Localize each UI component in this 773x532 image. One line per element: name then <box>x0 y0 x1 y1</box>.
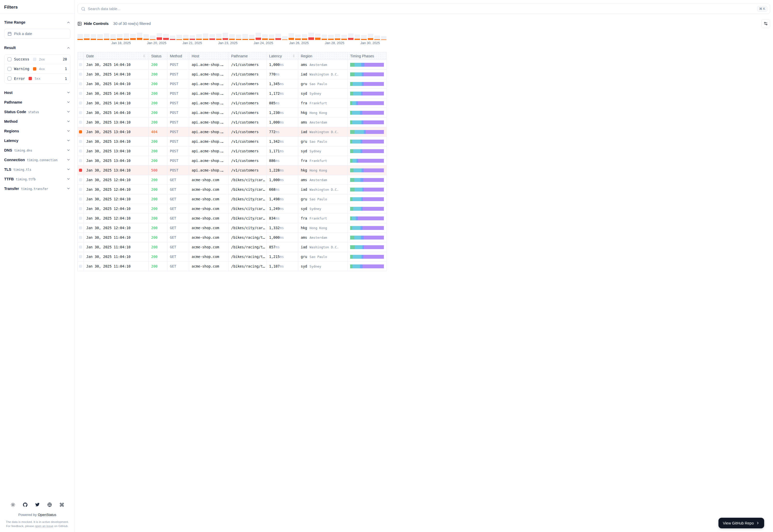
histogram-bar[interactable] <box>289 33 294 40</box>
checkbox[interactable] <box>8 57 11 61</box>
histogram-bar[interactable] <box>282 36 288 40</box>
sort-icon[interactable] <box>292 54 295 58</box>
histogram-bar[interactable] <box>203 33 208 40</box>
histogram-bar[interactable] <box>156 33 162 40</box>
table-row[interactable]: Jan 30, 2025 13:04:10200POSTapi.acme-sho… <box>78 118 386 127</box>
search-input[interactable] <box>88 7 386 11</box>
table-row[interactable]: Jan 30, 2025 12:04:10200GETacme-shop.com… <box>78 175 386 185</box>
section-time-range[interactable]: Time Range <box>4 18 70 26</box>
sort-icon[interactable] <box>142 54 146 58</box>
search-bar[interactable]: ⌘ K <box>77 4 386 14</box>
histogram-bar[interactable] <box>216 34 222 40</box>
histogram-bar[interactable] <box>341 35 347 40</box>
histogram-bar[interactable] <box>302 34 307 40</box>
histogram-bar[interactable] <box>229 34 235 40</box>
histogram-bar[interactable] <box>308 33 314 40</box>
section-transfer[interactable]: Transfertiming.transfer <box>4 184 70 193</box>
table-row[interactable]: Jan 30, 2025 13:04:10200POSTapi.acme-sho… <box>78 156 386 166</box>
section-result[interactable]: Result <box>4 44 70 52</box>
histogram-bar[interactable] <box>130 34 135 40</box>
histogram-bar[interactable] <box>262 34 268 40</box>
histogram-bar[interactable] <box>77 34 83 40</box>
date-picker-input[interactable]: Pick a date <box>4 29 70 39</box>
histogram-bar[interactable] <box>124 33 129 40</box>
table-row[interactable]: Jan 30, 2025 13:04:10500POSTapi.acme-sho… <box>78 166 386 175</box>
histogram-bar[interactable] <box>110 34 116 40</box>
histogram-bar[interactable] <box>117 34 122 40</box>
result-filter-item[interactable]: Success2xx28 <box>4 54 70 64</box>
table-row[interactable]: Jan 30, 2025 11:04:10200GETacme-shop.com… <box>78 242 386 252</box>
section-status-code[interactable]: Status Codestatus <box>4 107 70 117</box>
histogram-bar[interactable] <box>210 34 215 40</box>
histogram-bar[interactable] <box>84 34 89 40</box>
table-row[interactable]: Jan 30, 2025 12:04:10200GETacme-shop.com… <box>78 214 386 223</box>
table-row[interactable]: Jan 30, 2025 14:04:10200POSTapi.acme-sho… <box>78 98 386 108</box>
histogram-bar[interactable] <box>269 35 274 40</box>
histogram-bar[interactable] <box>196 34 202 40</box>
histogram-bar[interactable] <box>315 34 321 40</box>
histogram-bar[interactable] <box>176 35 182 40</box>
histogram-bar[interactable] <box>381 36 386 40</box>
section-method[interactable]: Method <box>4 117 70 126</box>
table-row[interactable]: Jan 30, 2025 13:04:10404POSTapi.acme-sho… <box>78 127 386 137</box>
table-row[interactable]: Jan 30, 2025 14:04:10200POSTapi.acme-sho… <box>78 70 386 79</box>
result-filter-item[interactable]: Warning4xx1 <box>4 64 70 74</box>
histogram-bar[interactable] <box>355 35 360 40</box>
histogram-bar[interactable] <box>328 35 334 40</box>
histogram-bar[interactable] <box>137 33 142 40</box>
hide-controls-button[interactable]: Hide Controls <box>77 22 108 26</box>
table-row[interactable]: Jan 30, 2025 13:04:10200POSTapi.acme-sho… <box>78 137 386 146</box>
table-row[interactable]: Jan 30, 2025 11:04:10200GETacme-shop.com… <box>78 233 386 242</box>
histogram-bar[interactable] <box>104 33 109 40</box>
checkbox[interactable] <box>8 77 11 80</box>
cell-host: acme-shop.com <box>189 185 229 194</box>
table-row[interactable]: Jan 30, 2025 14:04:10200POSTapi.acme-sho… <box>78 79 386 89</box>
histogram-bar[interactable] <box>242 34 248 40</box>
section-tls[interactable]: TLStiming.tls <box>4 165 70 174</box>
section-label: TLStiming.tls <box>4 167 31 172</box>
histogram-bar[interactable] <box>368 34 373 40</box>
section-dns[interactable]: DNStiming.dns <box>4 145 70 155</box>
histogram-bar[interactable] <box>150 36 155 40</box>
histogram-bar[interactable] <box>256 33 261 40</box>
result-filter-item[interactable]: Error5xx1 <box>4 74 70 83</box>
table-row[interactable]: Jan 30, 2025 11:04:10200GETacme-shop.com… <box>78 252 386 262</box>
histogram-bar[interactable] <box>183 35 188 40</box>
section-host[interactable]: Host <box>4 88 70 97</box>
histogram-bar[interactable] <box>335 34 340 40</box>
table-row[interactable]: Jan 30, 2025 14:04:10200POSTapi.acme-sho… <box>78 89 386 98</box>
histogram-bar[interactable] <box>236 35 241 40</box>
table-row[interactable]: Jan 30, 2025 12:04:10200GETacme-shop.com… <box>78 194 386 204</box>
column-header-date[interactable]: Date <box>84 52 148 60</box>
histogram-bar[interactable] <box>170 36 175 40</box>
histogram-bar[interactable] <box>275 34 281 40</box>
table-row[interactable]: Jan 30, 2025 14:04:10200POSTapi.acme-sho… <box>78 108 386 118</box>
histogram-bar[interactable] <box>348 33 354 40</box>
histogram-bar[interactable] <box>91 34 96 40</box>
histogram-bar[interactable] <box>322 35 327 40</box>
checkbox[interactable] <box>8 67 11 71</box>
table-row[interactable]: Jan 30, 2025 12:04:10200GETacme-shop.com… <box>78 204 386 214</box>
timing-segment-dns <box>350 264 353 266</box>
table-row[interactable]: Jan 30, 2025 14:04:10200POSTapi.acme-sho… <box>78 60 386 70</box>
section-pathname[interactable]: Pathname <box>4 97 70 107</box>
histogram-bar[interactable] <box>163 34 168 40</box>
histogram-bar[interactable] <box>223 33 228 40</box>
histogram-bar[interactable] <box>97 34 103 40</box>
histogram-bar[interactable] <box>361 35 367 40</box>
histogram-bar[interactable] <box>374 36 380 40</box>
cell-timing-phases <box>348 242 386 252</box>
section-regions[interactable]: Regions <box>4 126 70 136</box>
column-header-latency[interactable]: Latency <box>267 52 298 60</box>
table-row[interactable]: Jan 30, 2025 12:04:10200GETacme-shop.com… <box>78 185 386 194</box>
histogram-bar[interactable] <box>249 35 255 40</box>
section-latency[interactable]: Latency <box>4 136 70 145</box>
table-row[interactable]: Jan 30, 2025 12:04:10200GETacme-shop.com… <box>78 223 386 233</box>
histogram-bar[interactable] <box>143 34 149 40</box>
table-row[interactable]: Jan 30, 2025 13:04:10200POSTapi.acme-sho… <box>78 146 386 156</box>
section-ttfb[interactable]: TTFBtiming.ttfb <box>4 174 70 184</box>
table-row[interactable]: Jan 30, 2025 11:04:10200GETacme-shop.com… <box>78 262 386 266</box>
histogram-bar[interactable] <box>189 35 195 40</box>
histogram-bar[interactable] <box>295 35 301 40</box>
section-connection[interactable]: Connectiontiming.connection <box>4 155 70 165</box>
